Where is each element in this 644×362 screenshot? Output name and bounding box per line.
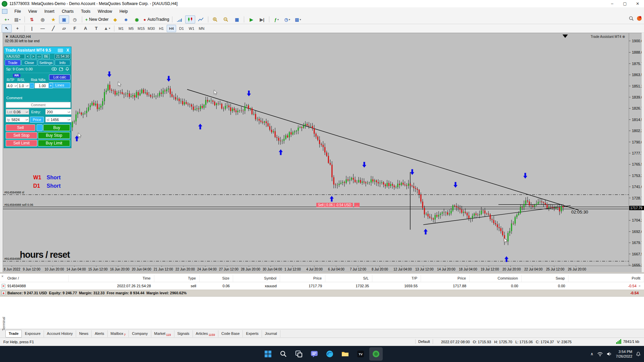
- risk-plus-button[interactable]: +: [48, 83, 53, 88]
- profiles-icon[interactable]: ▤▾: [12, 15, 22, 23]
- crosshair-icon[interactable]: +: [12, 24, 22, 33]
- timeframe-m15[interactable]: M15: [137, 25, 146, 32]
- tab-settings[interactable]: Settings: [38, 60, 54, 66]
- terminal-tab-market[interactable]: Market119: [151, 330, 174, 337]
- col-commission[interactable]: Commission: [470, 275, 522, 282]
- trade-assistant-close[interactable]: X: [66, 48, 70, 53]
- navigator-icon[interactable]: ★: [48, 15, 58, 23]
- volume-icon[interactable]: [607, 352, 612, 356]
- timeframe-mn[interactable]: MN: [197, 25, 206, 32]
- chart-bars-icon[interactable]: [174, 15, 184, 23]
- menu-view[interactable]: View: [24, 9, 41, 14]
- panel-icon[interactable]: [59, 67, 63, 71]
- open-order-row[interactable]: 914594988 2022.07.26 21:54:28 sell 0.06 …: [0, 282, 644, 290]
- new-chart-icon[interactable]: +▾: [2, 15, 12, 23]
- taskbar-app-trading-app[interactable]: [369, 347, 383, 361]
- tab-close[interactable]: Close: [21, 60, 38, 66]
- chart-shift-icon[interactable]: ▶|: [257, 15, 267, 23]
- buy-button[interactable]: Buy: [43, 124, 70, 131]
- menu-window[interactable]: Window: [94, 9, 116, 14]
- terminal-tab-account-history[interactable]: Account History: [44, 330, 76, 337]
- notification-bell-icon[interactable]: [636, 352, 641, 357]
- bell-icon[interactable]: [65, 67, 69, 71]
- timeframe-d1[interactable]: D1: [177, 25, 186, 32]
- screenshot-icon[interactable]: [58, 49, 63, 52]
- prev-symbol-button[interactable]: <: [25, 54, 30, 59]
- terminal-tab-mailbox[interactable]: Mailbox7: [108, 330, 129, 337]
- price-chart[interactable]: 1900.601888.001875.751863.501851.251839.…: [3, 33, 642, 273]
- taskbar-app-chat[interactable]: [308, 347, 321, 361]
- taskbar-clock[interactable]: 3:54 PM 7/26/2022: [616, 349, 632, 359]
- tile-windows-icon[interactable]: ▦: [232, 15, 242, 23]
- terminal-tab-experts[interactable]: Experts: [243, 330, 262, 337]
- col-tp[interactable]: T/P: [372, 275, 421, 282]
- auto-scroll-icon[interactable]: ▶: [246, 15, 256, 23]
- chart-line-icon[interactable]: [196, 15, 206, 23]
- sell-stop-button[interactable]: Sell Stop: [6, 132, 37, 139]
- terminal-tab-company[interactable]: Company: [129, 330, 151, 337]
- next-symbol-button[interactable]: >: [31, 54, 36, 59]
- indicators-icon[interactable]: ƒ▾: [271, 15, 281, 23]
- risk-input[interactable]: 1.00: [35, 83, 49, 88]
- sell-position-label[interactable]: Sell | 0.06 | -0.54 USD: [316, 203, 353, 207]
- close-order-icon[interactable]: ×: [637, 284, 641, 288]
- status-profile[interactable]: Default: [415, 339, 433, 344]
- notifications-icon[interactable]: [637, 16, 642, 21]
- cursor-icon[interactable]: ↖: [2, 24, 12, 33]
- chart-window-icon[interactable]: [2, 9, 7, 14]
- terminal-tab-alerts[interactable]: Alerts: [92, 330, 107, 337]
- sell-limit-button[interactable]: Sell Limit: [6, 140, 37, 146]
- arrows-tool-icon[interactable]: ▲▾: [102, 24, 112, 33]
- folder-icon[interactable]: ▭: [36, 54, 42, 59]
- terminal-close-button[interactable]: ×: [1, 274, 3, 278]
- close-button[interactable]: ✕: [631, 0, 644, 7]
- timeframe-m30[interactable]: M30: [147, 25, 156, 32]
- chart-candles-icon[interactable]: [185, 15, 195, 23]
- timeframe-m5[interactable]: M5: [126, 25, 136, 32]
- col-profit[interactable]: Profit: [569, 275, 644, 282]
- trendline-icon[interactable]: ╱: [48, 24, 58, 33]
- tab-info[interactable]: Info: [55, 60, 71, 66]
- rsl-input[interactable]: 1.0▴▾: [17, 83, 30, 88]
- trade-assistant-titlebar[interactable]: Trade Assistant MT4 9.5 X: [4, 47, 71, 54]
- panel-toggle[interactable]: [37, 124, 43, 131]
- menu-help[interactable]: Help: [116, 9, 131, 14]
- sell-button[interactable]: Sell: [6, 124, 35, 131]
- terminal-tab-signals[interactable]: Signals: [174, 330, 193, 337]
- autotrading-icon[interactable]: ●AutoTrading: [143, 15, 170, 23]
- col-size[interactable]: Size: [200, 275, 233, 282]
- buy-stop-button[interactable]: Buy Stop: [38, 132, 70, 139]
- col-symbol[interactable]: Symbol: [233, 275, 280, 282]
- chart-area[interactable]: 1900.601888.001875.751863.501851.251839.…: [3, 33, 642, 273]
- search-icon[interactable]: [629, 16, 634, 21]
- sl-input[interactable]: sl1456▴▾: [45, 117, 71, 122]
- taskbar-app-search[interactable]: [277, 347, 290, 361]
- lot-calc-button[interactable]: Lot calc: [49, 74, 70, 80]
- menu-insert[interactable]: Insert: [41, 9, 58, 14]
- text-label-icon[interactable]: T: [91, 24, 101, 33]
- menu-tools[interactable]: Tools: [77, 9, 94, 14]
- col-time[interactable]: Time: [69, 275, 154, 282]
- minimize-button[interactable]: –: [606, 0, 619, 7]
- taskbar-app-start[interactable]: [261, 347, 275, 361]
- tab-trade[interactable]: Trade: [5, 60, 21, 66]
- comment-input[interactable]: [6, 102, 71, 108]
- symbol-select[interactable]: XAUUSD: [5, 54, 25, 59]
- terminal-tab-articles[interactable]: Articles1159: [193, 330, 218, 337]
- strategy-tester-icon[interactable]: ◷: [70, 15, 80, 23]
- terminal-tab-news[interactable]: News: [76, 330, 92, 337]
- tray-expand-icon[interactable]: ∧: [590, 352, 593, 356]
- maximize-button[interactable]: ▢: [619, 0, 631, 7]
- rtp-input[interactable]: 4.0▴▾: [6, 83, 18, 88]
- market-watch-icon[interactable]: ⇅: [27, 15, 37, 23]
- risk-minus-button[interactable]: -: [30, 83, 34, 88]
- sell-position-more[interactable]: ...: [354, 203, 360, 207]
- buy-limit-button[interactable]: Buy Limit: [38, 140, 70, 146]
- col-sl[interactable]: S/L: [325, 275, 372, 282]
- menu-file[interactable]: File: [11, 9, 24, 14]
- lot-input[interactable]: Lot0.06▴▾: [6, 109, 29, 115]
- taskbar-app-task-view[interactable]: [292, 347, 306, 361]
- terminal-toggle-icon[interactable]: ▣: [59, 15, 69, 23]
- open-position-tag[interactable]: Sell | 0.06 | -0.54 USD ...: [316, 203, 360, 207]
- text-icon[interactable]: A: [80, 24, 91, 33]
